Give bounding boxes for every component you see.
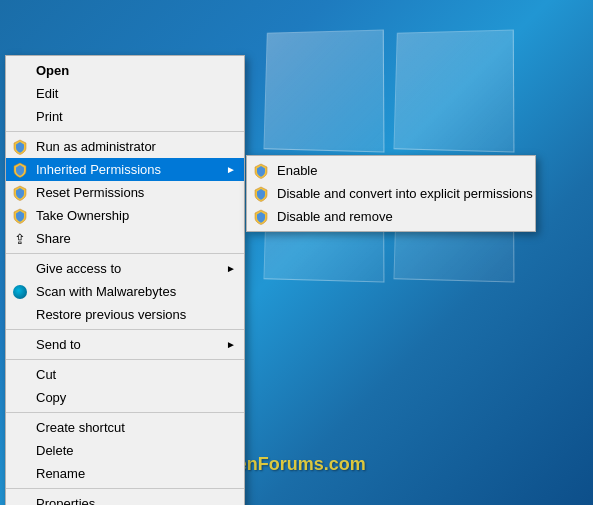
- shield-icon-run-as-admin: [12, 139, 28, 155]
- menu-item-take-ownership[interactable]: Take Ownership: [6, 204, 244, 227]
- rename-label: Rename: [36, 466, 85, 481]
- menu-item-cut[interactable]: Cut: [6, 363, 244, 386]
- shield-icon-disable-remove: [253, 209, 269, 225]
- create-shortcut-label: Create shortcut: [36, 420, 125, 435]
- delete-label: Delete: [36, 443, 74, 458]
- shield-icon-disable-convert: [253, 186, 269, 202]
- restore-previous-label: Restore previous versions: [36, 307, 186, 322]
- menu-item-rename[interactable]: Rename: [6, 462, 244, 485]
- shield-icon-take-ownership: [12, 208, 28, 224]
- watermark: TenForums.com: [227, 454, 366, 475]
- cut-label: Cut: [36, 367, 56, 382]
- disable-remove-label: Disable and remove: [277, 209, 393, 224]
- copy-label: Copy: [36, 390, 66, 405]
- menu-item-scan-malwarebytes[interactable]: Scan with Malwarebytes: [6, 280, 244, 303]
- menu-item-run-as-admin[interactable]: Run as administrator: [6, 135, 244, 158]
- separator-2: [6, 253, 244, 254]
- properties-label: Properties: [36, 496, 95, 505]
- inherited-permissions-label: Inherited Permissions: [36, 162, 161, 177]
- malwarebytes-icon: [12, 284, 28, 300]
- take-ownership-label: Take Ownership: [36, 208, 129, 223]
- separator-3: [6, 329, 244, 330]
- menu-item-share[interactable]: ⇪ Share: [6, 227, 244, 250]
- submenu-arrow-send-to: ►: [226, 339, 236, 350]
- separator-4: [6, 359, 244, 360]
- menu-item-restore-previous[interactable]: Restore previous versions: [6, 303, 244, 326]
- submenu-arrow-give-access: ►: [226, 263, 236, 274]
- menu-item-copy[interactable]: Copy: [6, 386, 244, 409]
- menu-item-give-access[interactable]: Give access to ►: [6, 257, 244, 280]
- scan-malwarebytes-label: Scan with Malwarebytes: [36, 284, 176, 299]
- print-label: Print: [36, 109, 63, 124]
- submenu-arrow-inherited: ►: [226, 164, 236, 175]
- submenu-item-disable-convert[interactable]: Disable and convert into explicit permis…: [247, 182, 535, 205]
- separator-1: [6, 131, 244, 132]
- menu-item-properties[interactable]: Properties: [6, 492, 244, 505]
- disable-convert-label: Disable and convert into explicit permis…: [277, 186, 533, 201]
- submenu-item-disable-remove[interactable]: Disable and remove: [247, 205, 535, 228]
- separator-5: [6, 412, 244, 413]
- submenu-item-enable[interactable]: Enable: [247, 159, 535, 182]
- menu-item-create-shortcut[interactable]: Create shortcut: [6, 416, 244, 439]
- menu-item-print[interactable]: Print: [6, 105, 244, 128]
- menu-item-reset-permissions[interactable]: Reset Permissions: [6, 181, 244, 204]
- menu-item-edit[interactable]: Edit: [6, 82, 244, 105]
- shield-icon-inherited: [12, 162, 28, 178]
- reset-permissions-label: Reset Permissions: [36, 185, 144, 200]
- edit-label: Edit: [36, 86, 58, 101]
- share-icon: ⇪: [12, 231, 28, 247]
- enable-label: Enable: [277, 163, 317, 178]
- shield-icon-enable: [253, 163, 269, 179]
- context-menu: Open Edit Print Run as administrator Inh…: [5, 55, 245, 505]
- menu-item-send-to[interactable]: Send to ►: [6, 333, 244, 356]
- separator-6: [6, 488, 244, 489]
- share-label: Share: [36, 231, 71, 246]
- open-label: Open: [36, 63, 69, 78]
- send-to-label: Send to: [36, 337, 81, 352]
- give-access-label: Give access to: [36, 261, 121, 276]
- run-as-admin-label: Run as administrator: [36, 139, 156, 154]
- inherited-permissions-submenu: Enable Disable and convert into explicit…: [246, 155, 536, 232]
- menu-item-delete[interactable]: Delete: [6, 439, 244, 462]
- menu-item-open[interactable]: Open: [6, 59, 244, 82]
- shield-icon-reset: [12, 185, 28, 201]
- menu-item-inherited-permissions[interactable]: Inherited Permissions ► Enable: [6, 158, 244, 181]
